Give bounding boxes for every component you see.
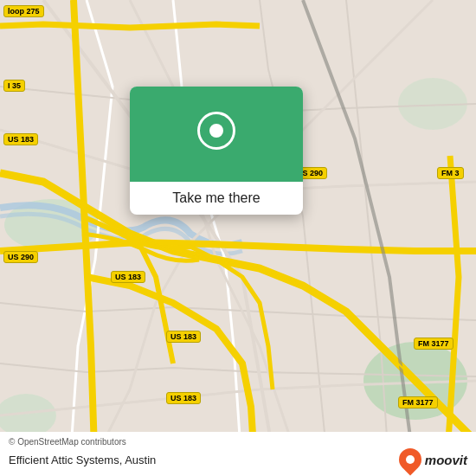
road-label-fm3177-1: FM 3177 (414, 338, 453, 350)
moovit-text: moovit (425, 453, 467, 467)
moovit-pin-inner (406, 455, 415, 464)
road-label-us183-4: US 183 (166, 392, 201, 404)
road-label-fm3: FM 3 (437, 167, 464, 179)
moovit-logo[interactable]: moovit (399, 448, 467, 471)
location-info-row: Efficient Attic Systems, Austin moovit (9, 448, 467, 471)
location-pin-icon (197, 112, 235, 157)
map-container: loop 275 I 35 US 183 US 290 FM 3 US 290 … (0, 0, 476, 476)
road-label-us183-2: US 183 (111, 271, 145, 283)
popup-card: Take me there (130, 87, 303, 215)
road-label-us183-3: US 183 (166, 331, 201, 343)
road-label-fm3177-2: FM 3177 (398, 396, 438, 408)
road-label-loop275: loop 275 (3, 5, 44, 17)
road-label-us290-2: US 290 (3, 251, 38, 263)
road-label-i35: I 35 (3, 80, 25, 92)
location-name: Efficient Attic Systems, Austin (9, 453, 156, 466)
pin-outer-ring (197, 112, 235, 150)
pin-inner-dot (209, 124, 223, 138)
road-label-us183-1: US 183 (3, 133, 38, 145)
bottom-bar: © OpenStreetMap contributors Efficient A… (0, 432, 476, 476)
popup-header (130, 87, 303, 182)
attribution-text: © OpenStreetMap contributors (9, 437, 467, 447)
take-me-there-button[interactable]: Take me there (130, 182, 303, 215)
moovit-pin-icon (394, 444, 426, 476)
